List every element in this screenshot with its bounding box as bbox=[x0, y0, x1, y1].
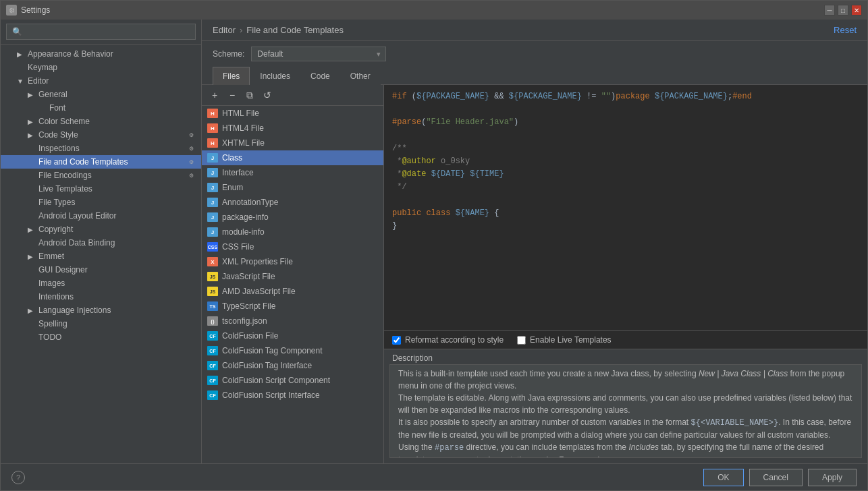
live-templates-checkbox[interactable] bbox=[517, 336, 526, 345]
list-item[interactable]: CF ColdFusion File bbox=[202, 328, 383, 343]
java-icon: J bbox=[207, 168, 218, 177]
sidebar-item-color-scheme[interactable]: ▶ Color Scheme bbox=[1, 115, 201, 128]
java-icon: J bbox=[207, 153, 218, 163]
sidebar-item-keymap[interactable]: Keymap bbox=[1, 61, 201, 74]
xhtml-icon: H bbox=[207, 138, 218, 148]
settings-window: ⚙ Settings ─ □ ✕ ▶ Appearance & Behavior… bbox=[0, 0, 868, 491]
js-icon: JS bbox=[207, 287, 218, 296]
sidebar-item-copyright[interactable]: ▶ Copyright bbox=[1, 223, 201, 236]
sidebar-item-android-data[interactable]: Android Data Binding bbox=[1, 236, 201, 250]
settings-icon: ⚙ bbox=[186, 130, 196, 140]
code-editor[interactable]: #if (${PACKAGE_NAME} && ${PACKAGE_NAME} … bbox=[384, 85, 867, 330]
reset-file-button[interactable]: ↺ bbox=[260, 88, 275, 103]
list-item-class[interactable]: J Class bbox=[202, 150, 383, 165]
list-item[interactable]: TS TypeScript File bbox=[202, 299, 383, 314]
list-item[interactable]: H HTML4 File bbox=[202, 121, 383, 136]
code-line bbox=[392, 103, 859, 116]
settings-icon: ⚙ bbox=[186, 157, 196, 167]
reformat-checkbox[interactable] bbox=[392, 336, 401, 345]
reset-link[interactable]: Reset bbox=[834, 25, 857, 35]
list-item[interactable]: H HTML File bbox=[202, 106, 383, 121]
breadcrumb-current: File and Code Templates bbox=[246, 25, 344, 35]
list-item[interactable]: {} tsconfig.json bbox=[202, 314, 383, 328]
expand-arrow: ▶ bbox=[28, 226, 38, 233]
close-button[interactable]: ✕ bbox=[851, 5, 862, 16]
ok-button[interactable]: OK bbox=[703, 469, 743, 486]
code-line: } bbox=[392, 220, 859, 233]
expand-arrow: ▶ bbox=[17, 51, 28, 58]
sidebar-item-spelling[interactable]: Spelling bbox=[1, 317, 201, 330]
sidebar-item-intentions[interactable]: Intentions bbox=[1, 290, 201, 304]
live-templates-checkbox-wrap[interactable]: Enable Live Templates bbox=[517, 335, 612, 345]
java-icon: J bbox=[207, 212, 218, 222]
minimize-button[interactable]: ─ bbox=[824, 5, 835, 16]
list-item[interactable]: J module-info bbox=[202, 225, 383, 239]
sidebar-item-inspections[interactable]: Inspections ⚙ bbox=[1, 142, 201, 155]
copy-button[interactable]: ⧉ bbox=[242, 88, 257, 103]
tab-includes[interactable]: Includes bbox=[250, 67, 300, 85]
tab-other[interactable]: Other bbox=[340, 67, 381, 85]
add-button[interactable]: + bbox=[207, 88, 222, 103]
expand-arrow: ▶ bbox=[28, 91, 38, 98]
list-item[interactable]: J Interface bbox=[202, 165, 383, 180]
cancel-button[interactable]: Cancel bbox=[749, 469, 803, 486]
sidebar-item-font[interactable]: Font bbox=[1, 101, 201, 115]
expand-arrow: ▼ bbox=[17, 78, 28, 85]
sidebar-item-code-style[interactable]: ▶ Code Style ⚙ bbox=[1, 128, 201, 142]
scheme-select[interactable]: Default Project bbox=[251, 47, 386, 61]
sidebar-item-editor[interactable]: ▼ Editor bbox=[1, 74, 201, 88]
window-title: Settings bbox=[21, 5, 50, 15]
list-item[interactable]: CF ColdFusion Tag Component bbox=[202, 343, 383, 358]
apply-button[interactable]: Apply bbox=[808, 469, 857, 486]
code-line bbox=[392, 194, 859, 207]
tab-code[interactable]: Code bbox=[300, 67, 340, 85]
help-button[interactable]: ? bbox=[11, 471, 25, 484]
maximize-button[interactable]: □ bbox=[838, 5, 848, 16]
sidebar-item-gui[interactable]: GUI Designer bbox=[1, 263, 201, 277]
list-item[interactable]: H XHTML File bbox=[202, 136, 383, 150]
search-input[interactable] bbox=[6, 24, 196, 40]
sidebar-item-emmet[interactable]: ▶ Emmet bbox=[1, 250, 201, 263]
reformat-checkbox-wrap[interactable]: Reformat according to style bbox=[392, 335, 504, 345]
sidebar-item-android-layout[interactable]: Android Layout Editor bbox=[1, 209, 201, 223]
list-item[interactable]: X XML Properties File bbox=[202, 254, 383, 269]
sidebar-item-images[interactable]: Images bbox=[1, 277, 201, 290]
bottom-bar: ? OK Cancel Apply bbox=[1, 463, 867, 490]
sidebar-item-general[interactable]: ▶ General bbox=[1, 88, 201, 101]
sidebar-item-file-encodings[interactable]: File Encodings ⚙ bbox=[1, 169, 201, 182]
sidebar-item-live-templates[interactable]: Live Templates bbox=[1, 182, 201, 196]
java-icon: J bbox=[207, 227, 218, 237]
sidebar-item-file-types[interactable]: File Types bbox=[1, 196, 201, 209]
list-item[interactable]: CF ColdFusion Script Component bbox=[202, 373, 383, 388]
sidebar: ▶ Appearance & Behavior Keymap ▼ Editor … bbox=[1, 20, 202, 463]
list-item[interactable]: CF ColdFusion Tag Interface bbox=[202, 358, 383, 373]
list-item[interactable]: JS JavaScript File bbox=[202, 269, 383, 284]
java-icon: J bbox=[207, 198, 218, 207]
settings-icon: ⚙ bbox=[186, 144, 196, 153]
code-line: *@date ${DATE} ${TIME} bbox=[392, 168, 859, 181]
sidebar-item-lang-injections[interactable]: ▶ Language Injections bbox=[1, 304, 201, 317]
sidebar-item-appearance[interactable]: ▶ Appearance & Behavior bbox=[1, 47, 201, 61]
tab-files[interactable]: Files bbox=[213, 67, 250, 85]
css-icon: CSS bbox=[207, 242, 218, 252]
dialog-buttons: OK Cancel Apply bbox=[703, 469, 857, 486]
html4-icon: H bbox=[207, 123, 218, 133]
app-icon: ⚙ bbox=[6, 5, 17, 16]
live-templates-label: Enable Live Templates bbox=[530, 335, 612, 345]
list-item[interactable]: J package-info bbox=[202, 210, 383, 225]
list-item[interactable]: CSS CSS File bbox=[202, 239, 383, 254]
html-icon: H bbox=[207, 109, 218, 118]
sidebar-item-file-templates[interactable]: File and Code Templates ⚙ bbox=[1, 155, 201, 169]
remove-button[interactable]: − bbox=[225, 88, 240, 103]
list-item[interactable]: J Enum bbox=[202, 180, 383, 195]
scheme-select-wrap: Default Project bbox=[251, 47, 386, 61]
list-item[interactable]: JS AMD JavaScript File bbox=[202, 284, 383, 299]
file-list-toolbar: + − ⧉ ↺ bbox=[202, 85, 383, 106]
main-content: ▶ Appearance & Behavior Keymap ▼ Editor … bbox=[1, 20, 867, 463]
list-item[interactable]: CF ColdFusion Script Interface bbox=[202, 388, 383, 403]
title-bar: ⚙ Settings ─ □ ✕ bbox=[1, 1, 867, 20]
sidebar-tree: ▶ Appearance & Behavior Keymap ▼ Editor … bbox=[1, 45, 201, 463]
sidebar-item-todo[interactable]: TODO bbox=[1, 330, 201, 344]
list-item[interactable]: J AnnotationType bbox=[202, 195, 383, 210]
code-line: *@author o_0sky bbox=[392, 155, 859, 168]
